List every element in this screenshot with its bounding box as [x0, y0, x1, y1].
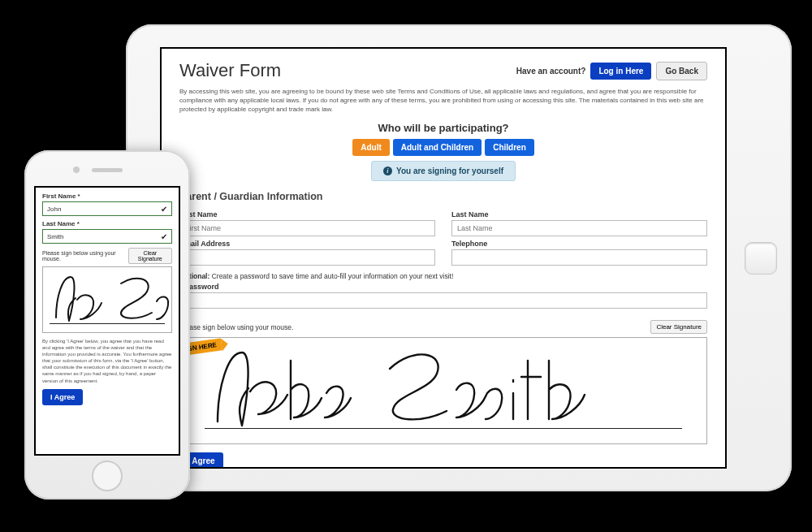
signature-line [205, 428, 682, 429]
phone-signature-line [50, 323, 165, 324]
participating-heading: Who will be participating? [179, 122, 707, 134]
phone-i-agree-button[interactable]: I Agree [42, 389, 83, 405]
phone-legal-text: By clicking 'I Agree' below, you agree t… [42, 338, 172, 384]
phone-first-name-value: John [47, 205, 61, 213]
phone-camera-icon [73, 167, 80, 173]
signing-notice-text: You are signing for yourself [396, 167, 503, 175]
telephone-input[interactable] [451, 249, 707, 266]
first-name-input[interactable] [179, 220, 435, 236]
password-label: Password [184, 283, 707, 291]
phone-first-name-input[interactable]: John ✔ [42, 201, 172, 216]
phone-speaker-icon [92, 168, 123, 172]
tablet-screen: Waiver Form Have an account? Log in Here… [160, 47, 727, 469]
signature-pad[interactable]: SIGN HERE [179, 337, 707, 444]
tablet-device: Waiver Form Have an account? Log in Here… [126, 24, 792, 491]
phone-signature-pad[interactable] [42, 266, 172, 333]
tab-adult-children[interactable]: Adult and Children [393, 139, 482, 156]
clear-signature-button[interactable]: Clear Signature [650, 320, 707, 334]
phone-last-name-label: Last Name * [42, 220, 172, 227]
signing-notice: i You are signing for yourself [371, 161, 516, 181]
phone-device: First Name * John ✔ Last Name * Smith ✔ … [24, 150, 190, 500]
phone-screen: First Name * John ✔ Last Name * Smith ✔ … [34, 186, 180, 456]
info-icon: i [383, 167, 392, 175]
section-heading: Parent / Guardian Information [179, 191, 707, 202]
telephone-label: Telephone [451, 240, 707, 248]
phone-last-name-value: Smith [47, 233, 63, 240]
terms-text: By accessing this web site, you are agre… [179, 88, 707, 114]
page-title: Waiver Form [179, 60, 281, 81]
email-label: Email Address [179, 240, 435, 248]
participant-tabs: Adult Adult and Children Children [179, 139, 707, 156]
tablet-header-row: Waiver Form Have an account? Log in Here… [179, 60, 707, 81]
phone-first-name-label: First Name * [42, 192, 172, 200]
last-name-input[interactable] [451, 220, 707, 236]
phone-sign-instruction: Please sign below using your mouse. [42, 250, 128, 262]
account-controls: Have an account? Log in Here Go Back [516, 62, 707, 80]
login-button[interactable]: Log in Here [590, 63, 651, 80]
phone-home-button[interactable] [92, 461, 123, 491]
email-input[interactable] [179, 249, 435, 266]
have-account-text: Have an account? [516, 67, 586, 76]
phone-last-name-input[interactable]: Smith ✔ [42, 229, 172, 244]
first-name-label: First Name [179, 210, 435, 218]
go-back-button[interactable]: Go Back [656, 62, 707, 80]
check-icon: ✔ [161, 232, 167, 241]
tablet-home-button[interactable] [745, 242, 777, 275]
sign-instruction: Please sign below using your mouse. [179, 323, 293, 331]
phone-signature [48, 272, 178, 326]
phone-clear-signature-button[interactable]: Clear Signature [128, 248, 172, 264]
tab-adult[interactable]: Adult [352, 139, 390, 156]
last-name-label: Last Name [451, 210, 707, 218]
signature-john-smith [203, 344, 641, 434]
password-input[interactable] [179, 292, 707, 309]
check-icon: ✔ [161, 205, 167, 214]
optional-note: Optional: Create a password to save time… [179, 272, 707, 280]
tab-children[interactable]: Children [485, 139, 534, 156]
